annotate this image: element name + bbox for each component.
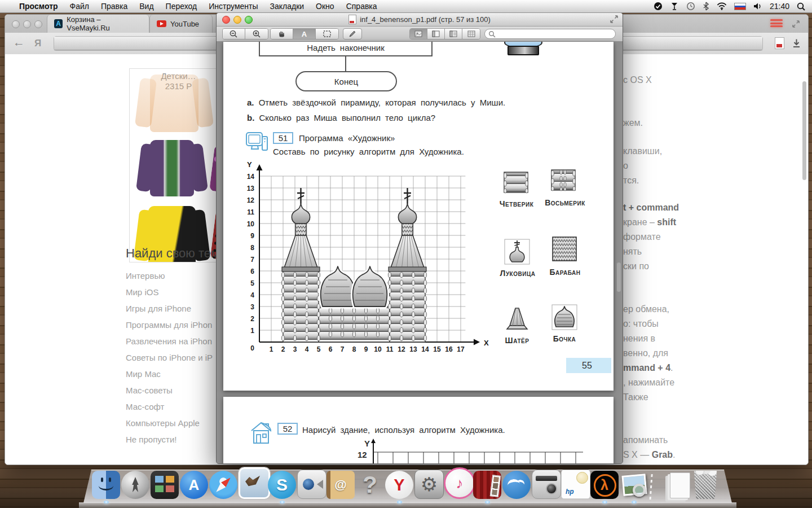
search-field[interactable] <box>484 29 616 39</box>
sidebar-item[interactable]: Игры для iPhone <box>126 304 213 320</box>
sidebar-item[interactable]: Компьютеры Apple <box>126 418 213 435</box>
dock-facetime-icon[interactable] <box>297 470 326 499</box>
dock-photo-booth-icon[interactable] <box>473 471 501 499</box>
dock-preview-icon[interactable] <box>620 471 648 499</box>
article-text-fragment: ер обмена, <box>623 304 669 314</box>
wifi-icon[interactable] <box>717 2 727 10</box>
select-tool-button[interactable] <box>316 29 338 39</box>
menu-item[interactable]: Файл <box>70 2 89 11</box>
dock-help-icon[interactable]: ? <box>356 471 384 499</box>
article-text-fragment: с OS X <box>623 75 652 85</box>
sidebar-item[interactable]: Мир Mac <box>126 369 213 386</box>
close-button[interactable] <box>222 16 230 24</box>
expand-window-icon[interactable] <box>610 15 618 23</box>
dock-app-store-icon[interactable]: A <box>180 471 208 499</box>
exercise-number-52: 52 <box>277 423 298 435</box>
sidebar-item[interactable]: Программы для iPhon <box>126 320 213 336</box>
dock-dashboard-icon[interactable] <box>151 471 179 499</box>
menu-item[interactable]: Инструменты <box>209 2 258 11</box>
dock-safari-icon[interactable] <box>209 471 237 499</box>
sidebar-item[interactable]: Мас-софт <box>126 402 213 418</box>
zoom-button[interactable] <box>245 16 253 24</box>
dock-yandex-icon[interactable]: Y <box>385 471 413 499</box>
hand-tool-button[interactable] <box>271 29 293 39</box>
download-icon[interactable] <box>792 38 801 48</box>
svg-text:2: 2 <box>250 315 254 323</box>
sidebar-item[interactable]: Мир iOS <box>126 287 213 304</box>
svg-text:9: 9 <box>364 345 368 353</box>
spotlight-icon[interactable] <box>797 2 805 11</box>
browser-close-button[interactable] <box>12 20 20 28</box>
bluetooth-icon[interactable] <box>703 2 709 11</box>
article-text-fragment: mmand + 4. <box>623 363 673 373</box>
pdf-scrollbar-thumb[interactable] <box>616 262 621 292</box>
menu-item[interactable]: Закладки <box>270 2 304 11</box>
browser-minimize-button[interactable] <box>23 20 31 28</box>
time-machine-icon[interactable] <box>686 2 695 11</box>
annotate-button[interactable] <box>343 28 362 40</box>
svg-text:15: 15 <box>433 345 441 353</box>
sidebar-item[interactable]: Советы по iPhone и iP <box>126 353 213 369</box>
browser-menu-icon[interactable] <box>770 19 783 28</box>
dock-documents-stack-icon[interactable] <box>665 471 694 499</box>
dock-floor <box>79 502 736 508</box>
menu-item[interactable]: Окно <box>316 2 334 11</box>
text-tool-button[interactable]: A <box>293 29 316 39</box>
product-image-joker[interactable] <box>139 138 205 199</box>
ru-flag-input-icon[interactable] <box>734 3 746 10</box>
dock-finder-icon[interactable] <box>92 471 120 499</box>
bochka-icon <box>550 303 579 331</box>
dock-launchpad-icon[interactable] <box>121 471 149 499</box>
product-image-faded[interactable] <box>138 72 211 134</box>
preview-title-bar[interactable]: inf_4_benenson_p1.pdf (стр. 57 из 100) <box>217 13 623 27</box>
sidebar-item[interactable]: Мас-советы <box>126 386 213 402</box>
menu-bar-clock[interactable]: 21:40 <box>770 2 789 11</box>
svg-text:5: 5 <box>250 279 254 287</box>
tab-vsemayki[interactable]: A Корзина – VseMayki.Ru <box>47 15 149 33</box>
contact-sheet-view-button[interactable] <box>462 29 480 39</box>
pdf-document-icon[interactable] <box>775 37 784 49</box>
running-indicator <box>280 501 285 503</box>
volume-icon[interactable] <box>753 2 762 10</box>
page-scrollbar[interactable] <box>802 81 806 180</box>
checkmark-circle-icon[interactable] <box>654 2 663 11</box>
dock-mail-icon[interactable] <box>239 467 270 499</box>
ad-products-panel[interactable]: Детски… 2315 Р <box>129 68 228 262</box>
tab-youtube[interactable]: YouTube <box>149 15 213 33</box>
legend-label-bochka: Бочка <box>546 334 583 343</box>
dock-contacts-icon[interactable]: @ <box>326 471 355 499</box>
article-text-fragment: формате <box>623 232 661 242</box>
menu-item[interactable]: Справка <box>346 2 377 11</box>
wineglass-icon[interactable] <box>670 2 679 11</box>
pdf-content-area[interactable]: Надеть наконечник Конец a. Отметь звёздо… <box>217 42 623 463</box>
yandex-logo[interactable]: Я <box>34 38 41 49</box>
menu-item[interactable]: Вид <box>139 2 153 11</box>
table-of-contents-view-button[interactable] <box>445 29 462 39</box>
dock-half-life-icon[interactable]: λ <box>590 471 619 499</box>
legend-label-shater: Шатёр <box>499 336 535 345</box>
dock-itunes-icon[interactable]: ♪ <box>444 467 475 499</box>
church-grid-figure: 1234567891011121314151617123456789101112… <box>244 158 497 357</box>
dock-skype-icon[interactable]: S <box>268 471 296 499</box>
dock-system-preferences-icon[interactable]: ⚙ <box>414 470 444 499</box>
sidebar-item[interactable]: Интервью <box>126 271 213 287</box>
thumbnails-view-button[interactable] <box>427 29 445 39</box>
dock-hp-utility-icon[interactable]: hp <box>561 470 590 499</box>
menu-item[interactable]: Просмотр <box>19 2 58 11</box>
sidebar-item[interactable]: Развлечения на iPhon <box>126 336 213 353</box>
browser-fullscreen-icon[interactable] <box>792 20 800 28</box>
zoom-in-button[interactable] <box>245 29 268 39</box>
zoom-out-button[interactable] <box>223 29 245 39</box>
back-button[interactable]: ← <box>13 36 25 49</box>
hp-utility-glyph: hp <box>566 488 574 495</box>
dock-image-capture-icon[interactable] <box>532 470 561 499</box>
sidebar-item[interactable]: Не пропусти! <box>126 435 213 451</box>
article-text-fragment: венно, для <box>623 348 668 358</box>
content-only-view-button[interactable] <box>410 29 427 39</box>
browser-zoom-button[interactable] <box>34 20 42 28</box>
menu-item[interactable]: Переход <box>166 2 197 11</box>
dock-trash-icon[interactable] <box>692 471 718 499</box>
menu-item[interactable]: Правка <box>101 2 127 11</box>
dock-openoffice-icon[interactable] <box>502 471 531 499</box>
minimize-button[interactable] <box>233 16 241 24</box>
